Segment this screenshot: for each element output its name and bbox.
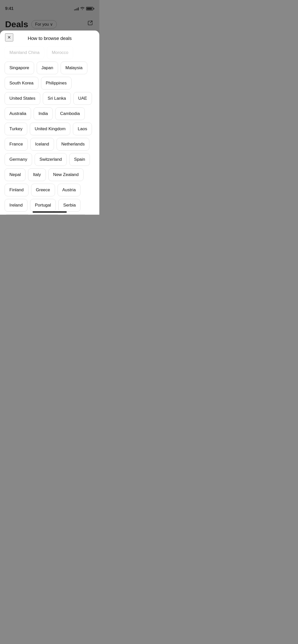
tag-portugal[interactable]: Portugal <box>30 199 56 212</box>
tag-cambodia[interactable]: Cambodia <box>55 107 85 120</box>
signal-icon <box>74 7 79 10</box>
tag-morocco-partial[interactable]: Morocco <box>47 46 73 59</box>
page-title: Deals <box>5 19 28 29</box>
partial-tags-row: Mainland China Morocco <box>5 46 95 59</box>
close-button[interactable]: × <box>5 33 13 41</box>
status-time: 9:41 <box>5 6 13 11</box>
tag-germany[interactable]: Germany <box>5 153 32 166</box>
modal-title: How to browse deals <box>28 36 72 41</box>
tag-iceland[interactable]: Iceland <box>30 138 54 151</box>
tag-singapore[interactable]: Singapore <box>5 62 34 74</box>
tag-japan[interactable]: Japan <box>37 62 58 74</box>
home-indicator <box>33 211 67 213</box>
filter-button[interactable]: For you ∨ <box>31 20 57 28</box>
tag-greece[interactable]: Greece <box>31 184 55 196</box>
tag-uae[interactable]: UAE <box>73 92 92 105</box>
tag-switzerland[interactable]: Switzerland <box>35 153 67 166</box>
tag-malaysia[interactable]: Malaysia <box>61 62 87 74</box>
tag-mainland-china[interactable]: Mainland China <box>5 46 44 59</box>
tag-south-korea[interactable]: South Korea <box>5 77 38 90</box>
tag-sweden[interactable]: Sweden <box>5 214 30 215</box>
tag-united-kingdom[interactable]: United Kingdom <box>30 123 70 135</box>
battery-icon <box>86 7 94 10</box>
modal-header: × How to browse deals <box>0 31 99 44</box>
close-icon: × <box>8 34 11 41</box>
tag-laos[interactable]: Laos <box>73 123 92 135</box>
tag-india[interactable]: India <box>34 107 53 120</box>
tag-philippines[interactable]: Philippines <box>41 77 72 90</box>
tag-nepal[interactable]: Nepal <box>5 168 25 181</box>
wifi-icon <box>80 7 85 11</box>
tag-spain[interactable]: Spain <box>69 153 90 166</box>
tag-sri-lanka[interactable]: Sri Lanka <box>43 92 71 105</box>
tag-austria[interactable]: Austria <box>58 184 81 196</box>
tag-finland[interactable]: Finland <box>5 184 29 196</box>
tag-netherlands[interactable]: Netherlands <box>57 138 90 151</box>
tag-serbia[interactable]: Serbia <box>58 199 80 212</box>
tag-new-zealand[interactable]: New Zealand <box>48 168 84 181</box>
status-icons <box>74 7 94 11</box>
filter-label: For you <box>35 22 49 27</box>
tag-norway[interactable]: Norway <box>62 214 87 215</box>
modal-scroll[interactable]: Mainland China Morocco SingaporeJapanMal… <box>0 44 99 215</box>
tags-container: SingaporeJapanMalaysiaSouth KoreaPhilipp… <box>5 62 95 215</box>
chevron-down-icon: ∨ <box>50 22 53 27</box>
tag-australia[interactable]: Australia <box>5 107 31 120</box>
tag-france[interactable]: France <box>5 138 28 151</box>
tag-denmark[interactable]: Denmark <box>32 214 60 215</box>
tag-ireland[interactable]: Ireland <box>5 199 28 212</box>
tag-united-states[interactable]: United States <box>5 92 40 105</box>
tag-turkey[interactable]: Turkey <box>5 123 27 135</box>
status-bar: 9:41 <box>0 0 99 14</box>
tag-italy[interactable]: Italy <box>28 168 46 181</box>
modal: × How to browse deals Mainland China Mor… <box>0 31 99 215</box>
